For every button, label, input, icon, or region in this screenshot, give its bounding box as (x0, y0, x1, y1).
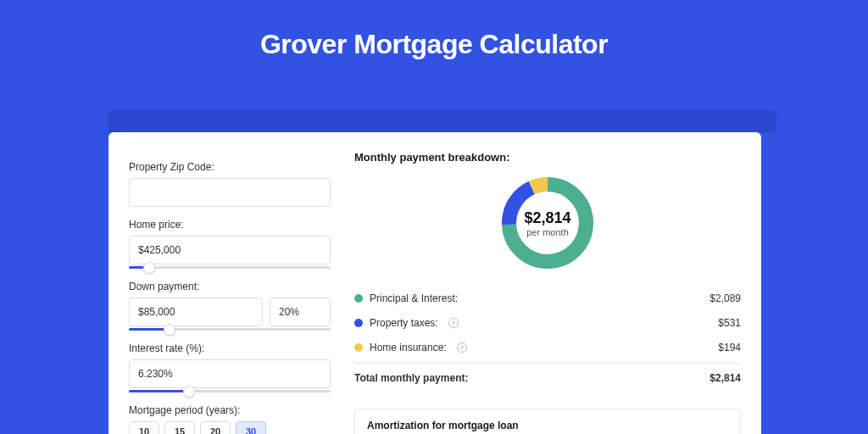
down-payment-slider-thumb[interactable] (164, 324, 175, 336)
legend-val-insurance: $194 (718, 342, 741, 353)
calculator-card: Property Zip Code: Home price: Down paym… (108, 132, 761, 434)
dot-icon-blue (354, 319, 363, 327)
home-price-input[interactable] (129, 236, 331, 264)
donut-chart: $2,814 per month (497, 172, 598, 274)
breakdown-title: Monthly payment breakdown: (354, 151, 741, 164)
donut-center-value: $2,814 (524, 209, 570, 227)
home-price-slider-thumb[interactable] (143, 262, 155, 274)
dot-icon-yellow (354, 343, 363, 352)
donut-chart-wrap: $2,814 per month (354, 172, 741, 274)
legend-row-tax: Property taxes: ? $531 (354, 310, 741, 335)
home-price-label: Home price: (129, 219, 331, 231)
interest-label: Interest rate (%): (129, 342, 331, 354)
donut-center-sub: per month (526, 227, 569, 237)
period-btn-15[interactable]: 15 (164, 421, 195, 434)
amortization-box: Amortization for mortgage loan Amortizat… (354, 409, 741, 434)
legend-val-principal: $2,089 (709, 292, 741, 304)
dot-icon-green (354, 294, 363, 303)
legend-label-total: Total monthly payment: (354, 372, 468, 384)
period-btn-30[interactable]: 30 (236, 421, 266, 434)
info-icon[interactable]: ? (448, 318, 459, 328)
zip-label: Property Zip Code: (129, 161, 331, 173)
down-payment-slider[interactable] (129, 328, 331, 331)
page-title: Grover Mortgage Calculator (0, 29, 868, 60)
down-payment-input[interactable] (129, 298, 263, 326)
period-btn-20[interactable]: 20 (200, 421, 231, 434)
legend-label-principal: Principal & Interest: (370, 292, 458, 304)
donut-center: $2,814 per month (497, 172, 598, 274)
down-payment-label: Down payment: (129, 281, 331, 292)
legend-row-total: Total monthly payment: $2,814 (354, 363, 741, 390)
period-label: Mortgage period (years): (129, 404, 331, 416)
card-shadow (108, 110, 776, 132)
down-payment-pct-input[interactable] (270, 298, 331, 326)
period-buttons: 10 15 20 30 (129, 421, 331, 434)
legend-label-tax: Property taxes: (370, 317, 438, 329)
interest-slider[interactable] (129, 390, 331, 392)
form-column: Property Zip Code: Home price: Down paym… (129, 149, 331, 434)
zip-input[interactable] (129, 178, 331, 207)
legend-row-principal: Principal & Interest: $2,089 (354, 286, 741, 310)
period-btn-10[interactable]: 10 (129, 421, 159, 434)
interest-slider-fill (129, 390, 189, 392)
interest-slider-thumb[interactable] (183, 386, 195, 398)
info-icon[interactable]: ? (457, 342, 467, 353)
home-price-slider[interactable] (129, 266, 331, 269)
legend-label-insurance: Home insurance: (370, 342, 447, 353)
breakdown-column: Monthly payment breakdown: $2,814 per mo… (354, 149, 741, 434)
legend-row-insurance: Home insurance: ? $194 (354, 335, 741, 359)
amortization-title: Amortization for mortgage loan (367, 420, 728, 431)
legend-val-total: $2,814 (709, 372, 741, 384)
legend-val-tax: $531 (718, 317, 741, 329)
interest-input[interactable] (129, 359, 331, 388)
